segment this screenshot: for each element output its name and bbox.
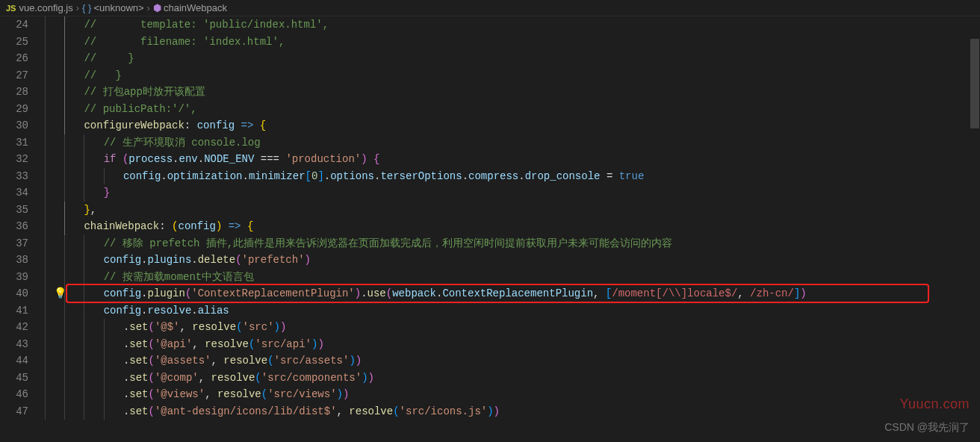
line-number-gutter[interactable]: 24 25 26 27 28 29 30 31 32 33 34 35 36 3… (0, 16, 42, 442)
line-number[interactable]: 33 (0, 168, 28, 185)
code-line[interactable]: } (45, 184, 980, 202)
code-editor[interactable]: 24 25 26 27 28 29 30 31 32 33 34 35 36 3… (0, 16, 980, 442)
line-number[interactable]: 41 (0, 302, 28, 320)
code-line[interactable]: // } (45, 67, 980, 84)
line-number[interactable]: 30 (0, 117, 28, 134)
line-number[interactable]: 47 (0, 403, 28, 420)
code-line[interactable]: .set('@assets', resolve('src/assets')) (45, 352, 980, 370)
line-number[interactable]: 28 (0, 84, 28, 101)
line-number[interactable]: 34 (0, 184, 28, 202)
line-number[interactable]: 36 (0, 218, 28, 235)
watermark: Yuucn.com (899, 396, 970, 412)
breadcrumb-file[interactable]: vue.config.js (19, 2, 72, 13)
code-line[interactable]: // } (45, 50, 980, 67)
code-line[interactable]: }, (45, 202, 980, 219)
code-line[interactable]: .set('@ant-design/icons/lib/dist$', reso… (45, 403, 980, 420)
code-line[interactable]: config.resolve.alias (45, 302, 980, 320)
code-line[interactable]: chainWebpack: (config) => { (45, 218, 980, 235)
code-line[interactable]: configureWebpack: config => { (45, 117, 980, 134)
line-number[interactable]: 39 (0, 269, 28, 286)
code-line[interactable]: .set('@$', resolve('src')) (45, 319, 980, 336)
line-number[interactable]: 38 (0, 252, 28, 269)
line-number[interactable]: 29 (0, 101, 28, 118)
scrollbar-thumb[interactable] (970, 39, 979, 128)
line-number[interactable]: 40 (0, 285, 28, 302)
code-line[interactable]: .set('@comp', resolve('src/components')) (45, 370, 980, 387)
js-file-icon: JS (6, 4, 16, 13)
line-number[interactable]: 44 (0, 352, 28, 370)
code-line[interactable]: config.plugins.delete('prefetch') (45, 252, 980, 269)
watermark: CSDN @我先润了 (884, 421, 970, 435)
line-number[interactable]: 26 (0, 50, 28, 67)
vertical-scrollbar[interactable] (970, 16, 980, 442)
line-number[interactable]: 42 (0, 319, 28, 336)
code-line[interactable]: // 打包app时放开该配置 (45, 84, 980, 101)
code-line[interactable]: // template: 'public/index.html', (45, 16, 980, 34)
chevron-right-icon: › (76, 2, 79, 13)
code-content[interactable]: // template: 'public/index.html', // fil… (42, 16, 980, 442)
line-number[interactable]: 27 (0, 67, 28, 84)
code-line[interactable]: config.optimization.minimizer[0].options… (45, 168, 980, 185)
line-number[interactable]: 31 (0, 134, 28, 152)
line-number[interactable]: 45 (0, 370, 28, 387)
breadcrumb-segment[interactable]: chainWebpack (164, 2, 227, 13)
line-number[interactable]: 32 (0, 151, 28, 168)
breadcrumb[interactable]: JS vue.config.js › { } <unknown> › ⬢ cha… (0, 0, 980, 16)
code-line[interactable]: .set('@views', resolve('src/views')) (45, 386, 980, 403)
symbol-bracket-icon: { } (82, 2, 91, 13)
line-number[interactable]: 43 (0, 336, 28, 353)
code-line[interactable]: // 移除 prefetch 插件,此插件是用来告诉浏览器在页面加载完成后，利用… (45, 235, 980, 252)
line-number[interactable]: 24 (0, 16, 28, 34)
chevron-right-icon: › (147, 2, 150, 13)
code-line[interactable]: // 生产环境取消 console.log (45, 134, 980, 152)
line-number[interactable]: 46 (0, 386, 28, 403)
code-line[interactable]: if (process.env.NODE_ENV === 'production… (45, 151, 980, 168)
line-number[interactable]: 37 (0, 235, 28, 252)
line-number[interactable]: 25 (0, 34, 28, 51)
code-line[interactable]: config.plugin('ContextReplacementPlugin'… (45, 285, 980, 302)
code-line[interactable]: // publicPath:'/', (45, 101, 980, 118)
code-line[interactable]: // filename: 'index.html', (45, 34, 980, 51)
code-line[interactable]: // 按需加载moment中文语言包 (45, 269, 980, 286)
line-number[interactable]: 35 (0, 202, 28, 219)
symbol-method-icon: ⬢ (153, 2, 161, 13)
lightbulb-icon[interactable]: 💡 (54, 287, 66, 299)
code-line[interactable]: .set('@api', resolve('src/api')) (45, 336, 980, 353)
breadcrumb-segment[interactable]: <unknown> (93, 2, 143, 13)
